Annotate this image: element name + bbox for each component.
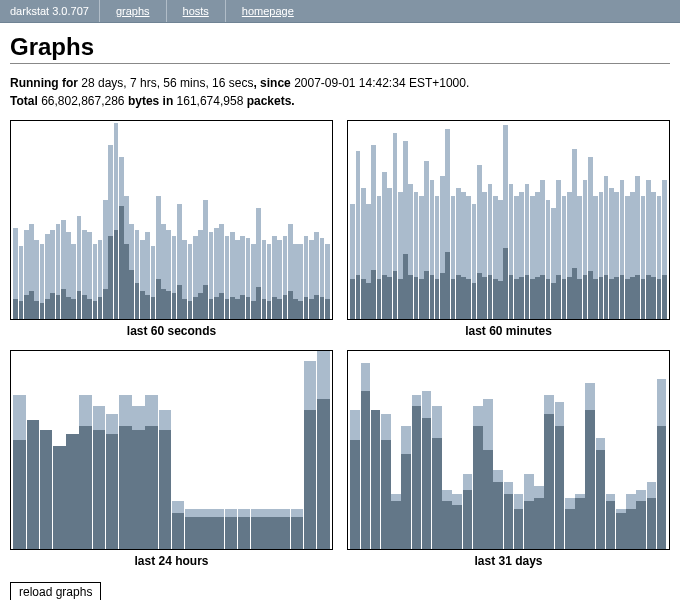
bar-dark bbox=[477, 273, 482, 319]
bar-dark bbox=[225, 517, 238, 549]
bar bbox=[267, 121, 272, 319]
bar bbox=[535, 121, 540, 319]
bar-dark bbox=[19, 301, 24, 319]
bar-dark bbox=[159, 430, 172, 549]
bar-dark bbox=[124, 244, 129, 319]
reload-button[interactable]: reload graphs bbox=[10, 582, 101, 600]
bar-dark bbox=[544, 414, 554, 549]
bar-dark bbox=[256, 287, 261, 319]
bar-dark bbox=[371, 270, 376, 320]
bar-dark bbox=[483, 450, 493, 549]
bar-dark bbox=[432, 438, 442, 549]
bar bbox=[393, 121, 398, 319]
bar bbox=[140, 121, 145, 319]
bar bbox=[225, 351, 238, 549]
bar-dark bbox=[288, 291, 293, 319]
bar-dark bbox=[525, 275, 530, 319]
bar-dark bbox=[630, 277, 635, 319]
bar-dark bbox=[606, 501, 616, 549]
nav-link-homepage[interactable]: homepage bbox=[226, 0, 310, 22]
chart-title: last 31 days bbox=[347, 554, 670, 568]
bar-dark bbox=[555, 426, 565, 549]
nav-link-graphs[interactable]: graphs bbox=[100, 0, 167, 22]
bar-dark bbox=[277, 517, 290, 549]
chart-box bbox=[10, 350, 333, 550]
bar bbox=[24, 121, 29, 319]
bar bbox=[166, 121, 171, 319]
bar-dark bbox=[272, 297, 277, 319]
bar-dark bbox=[262, 299, 267, 319]
bar-dark bbox=[387, 277, 392, 319]
bar-dark bbox=[87, 299, 92, 319]
bar bbox=[317, 351, 330, 549]
bar-dark bbox=[593, 279, 598, 319]
chart-box bbox=[347, 350, 670, 550]
bar-dark bbox=[66, 434, 79, 549]
bar-dark bbox=[575, 498, 585, 549]
bar bbox=[555, 351, 565, 549]
bar bbox=[483, 351, 493, 549]
bar-dark bbox=[562, 279, 567, 319]
bar-dark bbox=[647, 498, 657, 549]
bar bbox=[145, 351, 158, 549]
bar-dark bbox=[361, 279, 366, 319]
bytes-in-label: bytes in bbox=[128, 94, 173, 108]
bar-dark bbox=[45, 299, 50, 319]
bar-dark bbox=[472, 283, 477, 319]
bar-dark bbox=[188, 301, 193, 319]
navbar: darkstat 3.0.707 graphs hosts homepage bbox=[0, 0, 680, 23]
nav-link-hosts[interactable]: hosts bbox=[167, 0, 226, 22]
bar-dark bbox=[108, 236, 113, 319]
bar-dark bbox=[277, 299, 282, 319]
bar-dark bbox=[540, 275, 545, 319]
bar bbox=[440, 121, 445, 319]
bar bbox=[473, 351, 483, 549]
bar bbox=[256, 121, 261, 319]
bar bbox=[262, 121, 267, 319]
bar bbox=[577, 121, 582, 319]
since-label: , since bbox=[253, 76, 290, 90]
bar bbox=[625, 121, 630, 319]
bar-dark bbox=[13, 440, 26, 549]
bar-dark bbox=[651, 277, 656, 319]
chart-0: last 60 seconds bbox=[10, 120, 333, 338]
bar bbox=[616, 351, 626, 549]
bar bbox=[456, 121, 461, 319]
bar bbox=[599, 121, 604, 319]
bar bbox=[525, 121, 530, 319]
bar-dark bbox=[27, 420, 40, 549]
bar bbox=[203, 121, 208, 319]
bar bbox=[188, 121, 193, 319]
bar bbox=[230, 121, 235, 319]
chart-2: last 24 hours bbox=[10, 350, 333, 568]
chart-1: last 60 minutes bbox=[347, 120, 670, 338]
bar bbox=[641, 121, 646, 319]
bar bbox=[565, 351, 575, 549]
bar bbox=[414, 121, 419, 319]
bar bbox=[435, 121, 440, 319]
bar-dark bbox=[366, 283, 371, 319]
bar-dark bbox=[626, 509, 636, 549]
bar-dark bbox=[230, 297, 235, 319]
bar-dark bbox=[56, 295, 61, 319]
bar-dark bbox=[551, 283, 556, 319]
bar bbox=[172, 121, 177, 319]
running-label: Running for bbox=[10, 76, 78, 90]
bar bbox=[540, 121, 545, 319]
bar-dark bbox=[514, 509, 524, 549]
bar bbox=[606, 351, 616, 549]
bar-dark bbox=[609, 279, 614, 319]
bar-dark bbox=[398, 279, 403, 319]
bar-dark bbox=[461, 277, 466, 319]
bar-dark bbox=[583, 275, 588, 319]
bar-dark bbox=[77, 291, 82, 319]
bar-dark bbox=[350, 279, 355, 319]
bar bbox=[156, 121, 161, 319]
bar-dark bbox=[530, 279, 535, 319]
bar-dark bbox=[585, 410, 595, 549]
bar bbox=[635, 121, 640, 319]
bar bbox=[251, 121, 256, 319]
bar-dark bbox=[172, 293, 177, 319]
bar-dark bbox=[185, 517, 198, 549]
bar bbox=[657, 351, 667, 549]
